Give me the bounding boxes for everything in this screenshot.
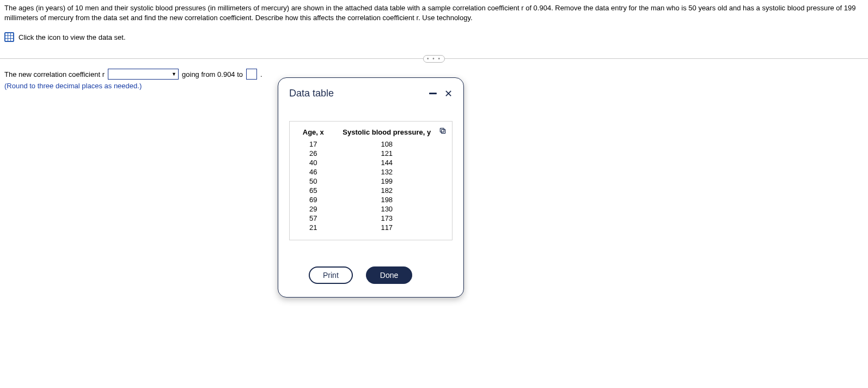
table-row: 17108 [297,140,444,149]
cell-bp: 173 [329,214,444,223]
table-row: 69198 [297,195,444,204]
table-row: 29130 [297,204,444,214]
direction-dropdown[interactable] [108,69,179,80]
cell-bp: 108 [329,140,444,149]
table-row: 26121 [297,149,444,158]
cell-bp: 130 [329,204,444,214]
cell-age: 50 [297,177,329,186]
table-row: 46132 [297,167,444,177]
svg-rect-0 [442,130,445,134]
col-header-age: Age, x [297,127,329,140]
answer-suffix: . [260,70,262,78]
print-button[interactable]: Print [309,266,353,284]
table-row: 65182 [297,186,444,195]
cell-age: 57 [297,214,329,223]
table-row: 57173 [297,214,444,223]
svg-rect-1 [440,128,444,132]
modal-title: Data table [289,88,334,99]
copy-icon[interactable] [439,127,447,135]
cell-age: 40 [297,158,329,167]
table-row: 40144 [297,158,444,167]
data-table-modal: Data table ✕ Age, x Systolic blood press… [278,77,464,298]
cell-bp: 117 [329,223,444,232]
data-table: Age, x Systolic blood pressure, y 17108 … [297,127,444,232]
table-row: 50199 [297,177,444,186]
data-table-icon[interactable] [4,32,14,42]
dataset-link-row: Click the icon to view the data set. [0,25,868,45]
table-header-row: Age, x Systolic blood pressure, y [297,127,444,140]
modal-button-row: Print Done [289,266,453,284]
cell-age: 46 [297,167,329,177]
data-table-container: Age, x Systolic blood pressure, y 17108 … [289,121,453,240]
answer-prefix: The new correlation coefficient r [4,70,105,78]
done-button[interactable]: Done [366,266,412,284]
answer-middle: going from 0.904 to [182,70,243,78]
cell-bp: 144 [329,158,444,167]
cell-bp: 199 [329,177,444,186]
cell-bp: 182 [329,186,444,195]
cell-age: 17 [297,140,329,149]
question-text: The ages (in years) of 10 men and their … [0,0,868,25]
modal-header-actions: ✕ [429,89,453,99]
cell-bp: 198 [329,195,444,204]
close-icon[interactable]: ✕ [444,89,453,99]
col-header-bp: Systolic blood pressure, y [329,127,444,140]
cell-bp: 121 [329,149,444,158]
cell-age: 29 [297,204,329,214]
table-row: 21117 [297,223,444,232]
dataset-link-text[interactable]: Click the icon to view the data set. [19,33,126,41]
cell-age: 21 [297,223,329,232]
cell-age: 26 [297,149,329,158]
direction-dropdown-wrap: ▼ [108,69,179,80]
section-divider: • • • [0,58,868,59]
cell-age: 69 [297,195,329,204]
minimize-icon[interactable] [429,93,437,94]
new-r-input[interactable] [246,69,257,80]
modal-header: Data table ✕ [289,88,453,99]
divider-handle[interactable]: • • • [423,55,445,63]
cell-bp: 132 [329,167,444,177]
cell-age: 65 [297,186,329,195]
